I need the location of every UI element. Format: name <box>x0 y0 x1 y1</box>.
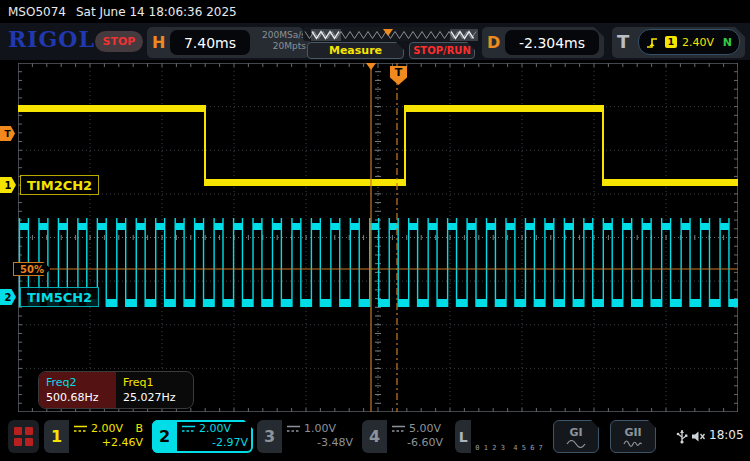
trigger-settings[interactable]: 1 2.40V N <box>638 29 740 55</box>
trigger-sweep-mode: N <box>723 36 732 49</box>
logic-label[interactable]: L <box>455 420 471 453</box>
channel1-box[interactable]: 1 2.00V B +2.46V <box>44 420 148 453</box>
channel1-offset: +2.46V <box>74 436 143 450</box>
generator1-button[interactable]: GI <box>553 420 599 453</box>
memory-waveform-preview <box>303 28 478 42</box>
measure-button[interactable]: Measure <box>307 42 404 59</box>
channel2-box[interactable]: 2 2.00V -2.97V <box>152 420 253 453</box>
generator1-label: GI <box>569 426 582 439</box>
ch1-signal-label[interactable]: TIM2CH2 <box>20 175 99 195</box>
toolbar: RIGOL STOP H 7.40ms 200MSa/s 20Mpts Meas… <box>0 23 750 60</box>
channel2-number[interactable]: 2 <box>152 420 177 453</box>
stop-run-button[interactable]: STOP/RUN <box>409 42 475 59</box>
waveform-display[interactable] <box>18 63 738 412</box>
channel2-offset: -2.97V <box>182 436 248 450</box>
dc-coupling-icon <box>74 425 87 433</box>
channel3-offset: -3.48V <box>287 436 353 450</box>
ch2-signal-label[interactable]: TIM5CH2 <box>20 287 99 307</box>
measurement-name: Freq2 <box>46 375 109 390</box>
channel4-scale: 5.00V <box>409 422 441 436</box>
datetime: Sat June 14 18:06:36 2025 <box>76 5 237 19</box>
channel3-number[interactable]: 3 <box>257 420 282 453</box>
logic-channels-box[interactable]: L 0 1 2 3 4 5 6 7 8 9 1011 12131415 <box>455 420 547 453</box>
edge-trigger-icon <box>646 36 660 49</box>
trigger-level-value: 2.40V <box>682 36 714 49</box>
menu-grid-icon <box>14 427 22 435</box>
measurement-value: 25.027Hz <box>123 390 186 405</box>
measurement-freq2[interactable]: Freq2 500.68Hz <box>39 372 116 408</box>
menu-grid-icon <box>14 438 22 446</box>
channel3-scale: 1.00V <box>304 422 336 436</box>
generator2-button[interactable]: GII <box>610 420 656 453</box>
memory-depth: 20Mpts <box>252 41 306 52</box>
trigger-source-badge: 1 <box>665 36 677 48</box>
trigger-label: T <box>617 31 629 52</box>
trigger-50pct-tag[interactable]: 50% <box>13 262 51 276</box>
channel1-scale: 2.00V <box>91 422 123 436</box>
channel1-number[interactable]: 1 <box>44 420 69 453</box>
scope-graticule <box>18 63 738 412</box>
dc-coupling-icon <box>287 425 300 433</box>
channel4-box[interactable]: 4 5.00V -6.60V <box>362 420 448 453</box>
acquisition-status-badge: STOP <box>95 31 143 52</box>
channel2-scale: 2.00V <box>199 422 231 436</box>
measurement-freq1[interactable]: Freq1 25.027Hz <box>116 372 193 408</box>
measurement-popup[interactable]: Freq2 500.68Hz Freq1 25.027Hz <box>38 371 194 409</box>
model-name: MSO5074 <box>8 5 66 19</box>
timebase-value[interactable]: 7.40ms <box>170 30 250 55</box>
memory-position-bar[interactable] <box>303 27 478 41</box>
channel1-bw-limit: B <box>135 422 143 436</box>
generator2-label: GII <box>624 426 641 439</box>
acquisition-rates: 200MSa/s 20Mpts <box>252 30 306 52</box>
ch1-position-marker[interactable]: 1 <box>0 177 16 193</box>
delay-label: D <box>487 33 500 52</box>
rigol-logo: RIGOL <box>8 26 95 52</box>
channel3-box[interactable]: 3 1.00V -3.48V <box>257 420 358 453</box>
channel4-offset: -6.60V <box>392 436 443 450</box>
menu-grid-icon <box>25 438 33 446</box>
dc-coupling-icon <box>182 425 195 433</box>
delay-value[interactable]: -2.304ms <box>505 30 599 55</box>
clock: 18:05 <box>709 428 744 442</box>
menu-grid-button[interactable] <box>8 420 39 453</box>
sine-wave-icon <box>566 440 586 448</box>
status-bar: MSO5074 Sat June 14 18:06:36 2025 <box>0 0 750 23</box>
logic-digits-row1: 0 1 2 3 4 5 6 7 <box>475 444 547 453</box>
memory-trigger-marker[interactable] <box>383 29 393 36</box>
dc-coupling-icon <box>392 425 405 433</box>
measurement-value: 500.68Hz <box>46 390 109 405</box>
sample-rate: 200MSa/s <box>252 30 306 41</box>
trigger-level-marker[interactable]: T <box>0 126 15 141</box>
horizontal-label: H <box>152 33 165 52</box>
bottom-bar: 1 2.00V B +2.46V 2 2.00V -2.97V 3 1.00V … <box>0 415 750 461</box>
menu-grid-icon <box>25 427 33 435</box>
usb-icon <box>676 429 688 444</box>
measurement-name: Freq1 <box>123 375 186 390</box>
damped-wave-icon <box>623 440 643 448</box>
ch2-position-marker[interactable]: 2 <box>0 289 16 305</box>
mute-speaker-icon[interactable] <box>691 430 706 443</box>
channel4-number[interactable]: 4 <box>362 420 387 453</box>
